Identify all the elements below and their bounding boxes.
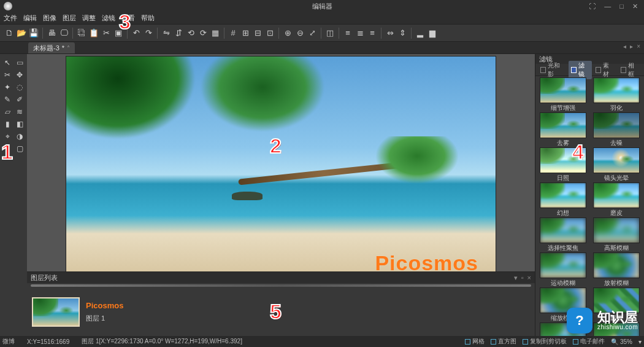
effect-item-0[interactable]: 细节增强 — [538, 77, 588, 111]
zoom-value[interactable]: 35% — [620, 338, 632, 345]
effect-item-10[interactable]: 运动模糊 — [538, 252, 588, 286]
menu-6[interactable]: 查看 — [121, 14, 135, 23]
effect-item-6[interactable]: 幻想 — [538, 182, 588, 216]
toolbar-align-l-icon[interactable]: ≡ — [342, 28, 353, 39]
effect-label: 日照 — [557, 174, 569, 181]
effect-label: 去雾 — [557, 139, 569, 146]
toolbar-align-r-icon[interactable]: ≡ — [367, 28, 378, 39]
tab-next-icon[interactable]: ▸ — [630, 43, 633, 50]
toolbar-cut-icon[interactable]: ✂ — [101, 28, 112, 39]
toolbar-zoom-in-icon[interactable]: ⊕ — [282, 28, 293, 39]
menu-1[interactable]: 编辑 — [23, 14, 37, 23]
toolbar-align-c-icon[interactable]: ≣ — [355, 28, 366, 39]
site-watermark: ? 知识屋 zhishiwu.com — [567, 308, 638, 333]
toolbar-zoom-fit-icon[interactable]: ⤢ — [307, 28, 318, 39]
tab-prev-icon[interactable]: ◂ — [623, 43, 626, 50]
toolbar-crop-icon[interactable]: ▣ — [113, 28, 124, 39]
effect-item-4[interactable]: 日照 — [538, 147, 588, 181]
effect-item-11[interactable]: 放射模糊 — [592, 252, 642, 286]
toolbar-print-icon[interactable]: 🖶 — [46, 28, 57, 39]
layer-opacity-slider[interactable] — [31, 284, 531, 287]
toolbar-flip-v-icon[interactable]: ⇵ — [173, 28, 184, 39]
menu-3[interactable]: 图层 — [63, 14, 76, 23]
tab-list-icon[interactable]: × — [637, 43, 640, 50]
tool-clone[interactable]: ⌖ — [2, 131, 12, 141]
tab-close-icon[interactable]: ˄ — [67, 45, 70, 52]
minimize-button[interactable]: — — [604, 2, 611, 10]
effects-grid[interactable]: 细节增强羽化去雾去噪日照镜头光晕幻想磨皮选择性聚焦高斯模糊运动模糊放射模糊缩放模… — [535, 76, 644, 336]
effect-label: 羽化 — [610, 104, 623, 111]
toolbar-resize-icon[interactable]: ▦ — [210, 28, 221, 39]
toolbar-paste-icon[interactable]: 📋 — [88, 28, 99, 39]
tool-gradient[interactable]: ◧ — [15, 119, 25, 129]
toolbar-hist1-icon[interactable]: ▂ — [415, 28, 426, 39]
tool-text[interactable]: T — [2, 144, 12, 154]
tool-crop[interactable]: ✂ — [2, 70, 12, 80]
layer-panel-collapse-icon[interactable]: ▫ — [521, 274, 524, 282]
tool-eraser[interactable]: ▱ — [2, 107, 12, 117]
effect-item-8[interactable]: 选择性聚焦 — [538, 217, 588, 251]
toolbar-open-icon[interactable]: 📂 — [16, 28, 27, 39]
toolbar-dist-v-icon[interactable]: ⇕ — [397, 28, 408, 39]
layer-panel-menu-icon[interactable]: ▾ — [514, 274, 518, 282]
toolbar-grid1-icon[interactable]: # — [228, 28, 239, 39]
layer-panel-close-icon[interactable]: × — [527, 274, 531, 282]
tool-shape[interactable]: ▢ — [15, 144, 25, 154]
layer-name[interactable]: 图层 1 — [86, 314, 123, 323]
toolbar-separator — [339, 28, 339, 39]
effect-item-2[interactable]: 去雾 — [538, 112, 588, 146]
toolbar-rotate-r-icon[interactable]: ⟳ — [197, 28, 209, 39]
menu-0[interactable]: 文件 — [4, 14, 17, 23]
tool-rect-select[interactable]: ▭ — [15, 58, 25, 68]
status-toggle-复制到剪切板[interactable]: 复制到剪切板 — [523, 337, 567, 346]
toolbar-grid2-icon[interactable]: ⊞ — [240, 28, 251, 39]
tool-blur[interactable]: ≋ — [15, 107, 25, 117]
app-logo-icon — [4, 2, 12, 10]
expand-button[interactable]: ⛶ — [589, 2, 596, 10]
status-toggle-电子邮件[interactable]: 电子邮件 — [573, 337, 605, 346]
tool-brush[interactable]: ✎ — [2, 95, 12, 104]
menu-7[interactable]: 帮助 — [141, 14, 155, 23]
toolbar-copy-icon[interactable]: ⿻ — [76, 28, 87, 39]
status-service[interactable]: 微博 — [2, 337, 15, 346]
toolbar-dist-h-icon[interactable]: ⇔ — [385, 28, 396, 39]
tool-pencil[interactable]: ✐ — [15, 95, 25, 104]
tool-lasso[interactable]: ◌ — [15, 82, 25, 92]
toolbar-undo-icon[interactable]: ↶ — [131, 28, 142, 39]
effect-item-5[interactable]: 镜头光晕 — [592, 147, 642, 181]
toolbar-marquee-icon[interactable]: ◫ — [324, 28, 335, 39]
tool-magic-wand[interactable]: ✦ — [2, 82, 12, 92]
effect-item-1[interactable]: 羽化 — [592, 77, 642, 111]
canvas[interactable]: Picosmos — [66, 57, 496, 271]
toolbar-separator — [278, 28, 279, 39]
tool-move[interactable]: ✥ — [15, 70, 25, 80]
effect-item-3[interactable]: 去噪 — [592, 112, 642, 146]
toolbar-zoom-out-icon[interactable]: ⊖ — [294, 28, 305, 39]
menu-2[interactable]: 图像 — [43, 14, 56, 23]
toolbar-new-icon[interactable]: 🗋 — [4, 28, 15, 39]
tool-bucket[interactable]: ▮ — [2, 119, 12, 129]
toolbar-redo-icon[interactable]: ↷ — [143, 28, 154, 39]
status-toggle-直方图[interactable]: 直方图 — [491, 337, 516, 346]
toolbar-flip-h-icon[interactable]: ⇋ — [161, 28, 172, 39]
effect-item-9[interactable]: 高斯模糊 — [592, 217, 642, 251]
layer-thumbnail[interactable] — [32, 297, 80, 327]
tool-pointer[interactable]: ↖ — [2, 58, 12, 68]
menu-4[interactable]: 调整 — [82, 14, 96, 23]
toolbar-scan-icon[interactable]: 🖵 — [58, 28, 69, 39]
status-toggle-网格[interactable]: 网格 — [465, 337, 485, 346]
toolbar-hist2-icon[interactable]: ▆ — [427, 28, 438, 39]
toolbar-grid4-icon[interactable]: ⊡ — [264, 28, 275, 39]
toolbar-grid3-icon[interactable]: ⊟ — [252, 28, 263, 39]
toolbar-rotate-l-icon[interactable]: ⟲ — [185, 28, 196, 39]
tool-dodge[interactable]: ◑ — [15, 131, 25, 141]
document-tab[interactable]: 未标题-3* ˄ — [28, 42, 75, 53]
close-button[interactable]: ✕ — [632, 2, 638, 10]
menu-5[interactable]: 滤镜 — [102, 14, 115, 23]
maximize-button[interactable]: □ — [619, 2, 624, 10]
canvas-viewport[interactable]: Picosmos — [27, 54, 535, 271]
effect-item-7[interactable]: 磨皮 — [592, 182, 642, 216]
titlebar: 编辑器 ⛶ — □ ✕ — [0, 0, 644, 12]
zoom-menu-icon[interactable]: ▾ — [638, 338, 642, 345]
toolbar-save-icon[interactable]: 💾 — [28, 28, 39, 39]
